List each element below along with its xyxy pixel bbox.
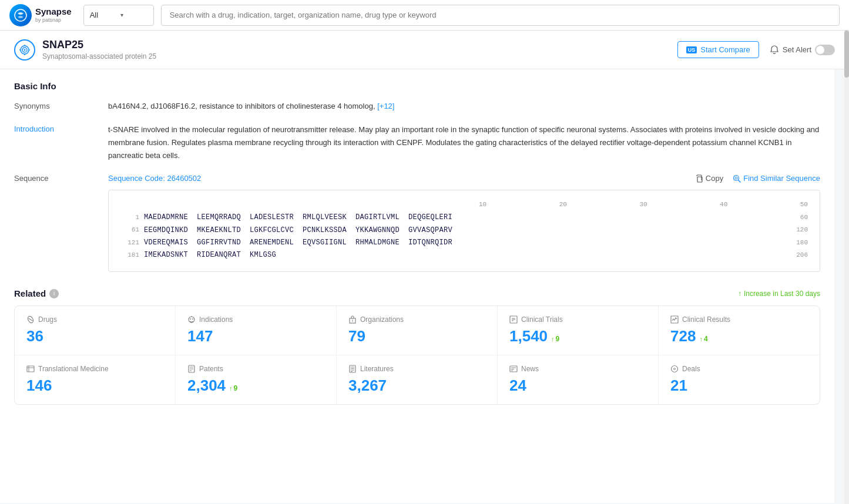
svg-point-0 [15, 9, 26, 21]
indications-icon [187, 315, 196, 324]
stat-patents-header: Patents [187, 365, 324, 373]
seq-row-2: 61 EEGMDQINKD MKEAEKNLTD LGKFCGLCVC PCNK… [120, 225, 808, 236]
stat-organizations[interactable]: Organizations 79 [337, 306, 498, 355]
stat-literatures[interactable]: Literatures 3,267 [337, 355, 498, 404]
find-similar-button[interactable]: Find Similar Sequence [733, 173, 820, 185]
stat-tm-value: 146 [26, 377, 163, 395]
page-header: SNAP25 Synaptosomal-associated protein 2… [0, 31, 849, 69]
svg-line-12 [29, 318, 33, 321]
patents-increase: ↑ 9 [229, 384, 237, 392]
main-content: Basic Info Synonyms bA416N4.2, dJ1068F16… [0, 69, 834, 503]
clinical-results-increase: ↑ 4 [699, 335, 707, 343]
svg-point-10 [735, 177, 737, 179]
deals-icon [670, 365, 679, 373]
page-title: SNAP25 [42, 39, 156, 51]
sequence-ruler: 1020304050 [120, 200, 808, 210]
sequence-label: Sequence [14, 173, 108, 272]
stat-drugs-value: 36 [26, 327, 163, 345]
synonyms-label: Synonyms [14, 100, 108, 113]
stat-translational-medicine[interactable]: Translational Medicine 146 [15, 355, 176, 404]
clinical-results-icon [670, 315, 679, 324]
stat-indications-header: Indications [187, 315, 324, 324]
organizations-icon [348, 315, 357, 324]
stat-literatures-header: Literatures [348, 365, 485, 373]
find-similar-icon [733, 174, 741, 183]
sequence-box: 1020304050 1 MAEDADMRNE LEEMQRRADQ LADES… [108, 190, 820, 272]
stats-row-2: Translational Medicine 146 P [15, 355, 820, 404]
stat-drugs[interactable]: Drugs 36 [15, 306, 176, 355]
start-compare-button[interactable]: US Start Compare [677, 41, 759, 58]
chevron-down-icon: ▾ [120, 12, 147, 18]
introduction-label: Introduction [14, 123, 108, 162]
stat-indications-value: 147 [187, 327, 324, 345]
set-alert-toggle[interactable] [815, 45, 835, 55]
target-title-block: SNAP25 Synaptosomal-associated protein 2… [42, 39, 156, 61]
related-title: Related [14, 288, 46, 298]
logo-text: Synapse by patsnap [35, 6, 72, 23]
page-header-left: SNAP25 Synaptosomal-associated protein 2… [14, 39, 156, 61]
stat-clinical-trials-header: Clinical Trials [509, 315, 646, 324]
sequence-header: Sequence Code: 26460502 Copy Find Simila… [108, 173, 820, 185]
stat-news-header: News [509, 365, 646, 373]
related-info-icon[interactable]: i [49, 289, 59, 298]
svg-point-15 [192, 318, 193, 320]
us-badge: US [686, 46, 697, 53]
related-title-area: Related i [14, 288, 59, 298]
clinical-trials-icon [509, 315, 518, 324]
bell-icon [770, 45, 779, 55]
stat-indications[interactable]: Indications 147 [176, 306, 337, 355]
stat-drugs-header: Drugs [26, 315, 163, 324]
svg-point-3 [24, 49, 26, 51]
stat-clinical-results-header: Clinical Results [670, 315, 808, 324]
set-alert-area: Set Alert [770, 45, 835, 55]
page-header-right: US Start Compare Set Alert [677, 41, 835, 58]
search-input[interactable] [161, 5, 840, 26]
stat-news[interactable]: News 24 [498, 355, 659, 404]
stat-clinical-results[interactable]: Clinical Results 728 ↑ 4 [659, 306, 820, 355]
stat-literatures-value: 3,267 [348, 377, 485, 395]
search-type-dropdown[interactable]: All ▾ [83, 5, 154, 26]
stat-clinical-results-value: 728 ↑ 4 [670, 327, 808, 345]
svg-point-14 [190, 318, 191, 320]
clinical-trials-increase: ↑ 9 [551, 335, 559, 343]
patents-icon [187, 365, 196, 373]
scroll-thumb[interactable] [844, 31, 849, 78]
logo: Synapse by patsnap [9, 4, 72, 26]
stat-deals-header: Deals [670, 365, 808, 373]
related-section: Related i ↑ Increase in Last 30 days Dru… [14, 288, 820, 405]
stat-deals-value: 21 [670, 377, 808, 395]
stat-patents-value: 2,304 ↑ 9 [187, 377, 324, 395]
related-header: Related i ↑ Increase in Last 30 days [14, 288, 820, 298]
news-icon [509, 365, 518, 373]
stat-deals[interactable]: Deals 21 [659, 355, 820, 404]
synonyms-row: Synonyms bA416N4.2, dJ1068F16.2, resista… [14, 100, 820, 113]
sequence-row: Sequence Sequence Code: 26460502 Copy [14, 173, 820, 272]
synonyms-more-link[interactable]: [+12] [377, 102, 394, 110]
svg-point-41 [672, 366, 678, 372]
seq-row-3: 121 VDEREQMAIS GGFIRRVTND ARENEMDENL EQV… [120, 237, 808, 248]
synonyms-value: bA416N4.2, dJ1068F16.2, resistance to in… [108, 100, 820, 113]
page-subtitle: Synaptosomal-associated protein 25 [42, 52, 156, 61]
introduction-value: t-SNARE involved in the molecular regula… [108, 123, 820, 162]
scrollbar[interactable] [844, 31, 849, 503]
copy-icon [695, 174, 703, 183]
svg-rect-25 [27, 366, 34, 372]
sequence-code-link[interactable]: Sequence Code: 26460502 [108, 173, 201, 185]
stat-news-value: 24 [509, 377, 646, 395]
literatures-icon [348, 365, 357, 373]
sequence-value: Sequence Code: 26460502 Copy Find Simila… [108, 173, 820, 272]
drugs-icon [26, 315, 35, 324]
translational-medicine-icon [26, 365, 35, 373]
introduction-row: Introduction t-SNARE involved in the mol… [14, 123, 820, 162]
top-nav: Synapse by patsnap All ▾ [0, 0, 849, 31]
stats-row-1: Drugs 36 [15, 306, 820, 355]
copy-button[interactable]: Copy [695, 173, 723, 185]
stat-patents[interactable]: Patents 2,304 ↑ 9 [176, 355, 337, 404]
stat-organizations-header: Organizations [348, 315, 485, 324]
stat-tm-header: Translational Medicine [26, 365, 163, 373]
stat-clinical-trials-value: 1,540 ↑ 9 [509, 327, 646, 345]
increase-label: ↑ Increase in Last 30 days [738, 290, 820, 298]
basic-info-section-title: Basic Info [14, 81, 820, 91]
seq-row-1: 1 MAEDADMRNE LEEMQRRADQ LADESLESTR RMLQL… [120, 212, 808, 223]
stat-clinical-trials[interactable]: Clinical Trials 1,540 ↑ 9 [498, 306, 659, 355]
